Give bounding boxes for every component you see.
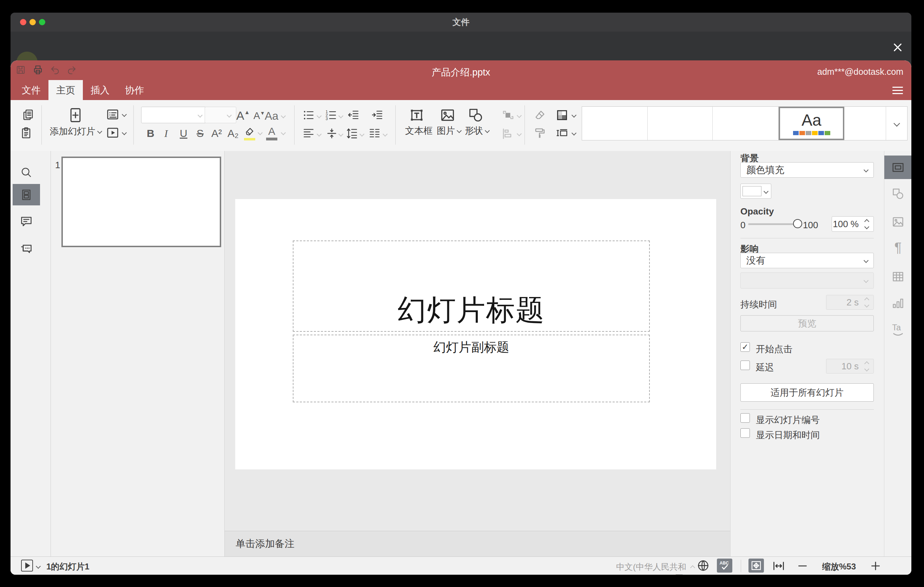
effect-select[interactable]: 没有	[741, 253, 874, 268]
comments-button[interactable]	[13, 211, 40, 232]
theme-option-5[interactable]	[844, 107, 886, 140]
chevron-down-icon[interactable]	[258, 130, 262, 136]
apply-to-all-slides-button[interactable]: 适用于所有幻灯片	[741, 383, 874, 402]
font-name-select[interactable]	[141, 107, 207, 123]
chevron-down-icon[interactable]	[339, 113, 343, 119]
zoom-out-button[interactable]	[797, 560, 808, 573]
slide[interactable]: 幻灯片标题 幻灯片副标题	[235, 199, 716, 469]
theme-option-2[interactable]	[648, 107, 713, 140]
theme-option-1[interactable]	[582, 107, 648, 140]
tab-collaboration[interactable]: 协作	[117, 80, 152, 100]
spinner-down-icon[interactable]	[864, 366, 869, 371]
show-datetime-checkbox[interactable]	[741, 428, 750, 438]
font-size-select[interactable]	[205, 107, 236, 123]
horizontal-align-button[interactable]	[303, 127, 315, 141]
chevron-down-icon[interactable]	[360, 131, 364, 137]
title-placeholder[interactable]: 幻灯片标题	[293, 241, 650, 332]
color-scheme-button[interactable]	[555, 109, 576, 122]
delay-spinner[interactable]: 10 s	[826, 359, 874, 374]
slides-panel-button[interactable]	[13, 184, 40, 205]
change-case-button[interactable]: Aa	[265, 110, 285, 122]
theme-option-3[interactable]	[713, 107, 779, 140]
tab-home[interactable]: 主页	[48, 80, 83, 100]
insert-image-button[interactable]: 图片	[437, 107, 459, 137]
background-color-picker[interactable]	[741, 184, 771, 199]
chevron-down-icon[interactable]	[317, 131, 321, 137]
preview-button[interactable]: 预览	[741, 315, 874, 331]
fit-width-button[interactable]	[772, 560, 786, 574]
numbered-list-button[interactable]: 123	[325, 109, 337, 122]
effect-type-select[interactable]	[741, 272, 874, 289]
increase-indent-button[interactable]	[371, 109, 383, 122]
opacity-spinner[interactable]: 100 %	[832, 216, 874, 232]
slide-settings-tab[interactable]	[884, 155, 911, 179]
underline-button[interactable]: U	[180, 127, 188, 139]
notes-area[interactable]: 单击添加备注	[225, 531, 730, 556]
show-slide-number-checkbox[interactable]	[741, 413, 750, 423]
arrange-button[interactable]	[501, 109, 521, 122]
slide-size-button[interactable]	[555, 127, 576, 139]
chart-settings-tab[interactable]	[884, 292, 911, 315]
add-slide-button[interactable]: 添加幻灯片	[49, 107, 102, 138]
language-selector[interactable]: 中文(中华人民共和国)	[607, 561, 686, 575]
subtitle-placeholder[interactable]: 幻灯片副标题	[293, 335, 650, 402]
decrease-font-button[interactable]: A▼	[254, 110, 265, 122]
start-on-click-checkbox[interactable]: ✓	[741, 342, 750, 352]
copy-button[interactable]	[22, 109, 35, 122]
highlight-color-button[interactable]	[244, 127, 255, 140]
spinner-up-icon[interactable]	[864, 297, 869, 302]
superscript-button[interactable]: A²	[211, 127, 222, 139]
chevron-down-icon[interactable]	[36, 563, 40, 569]
clear-style-button[interactable]	[534, 109, 546, 122]
subscript-button[interactable]: A₂	[228, 127, 239, 139]
paragraph-settings-tab[interactable]: ¶	[884, 236, 911, 259]
set-language-button[interactable]	[696, 559, 710, 574]
fill-type-select[interactable]: 颜色填充	[741, 162, 874, 178]
spinner-up-icon[interactable]	[864, 219, 869, 224]
tab-insert[interactable]: 插入	[83, 80, 117, 100]
columns-button[interactable]	[369, 127, 381, 141]
insert-shape-button[interactable]: 形状	[465, 107, 487, 137]
zoom-in-button[interactable]	[870, 560, 881, 573]
textart-settings-tab[interactable]: Ta	[884, 317, 911, 341]
fit-slide-button[interactable]	[749, 559, 764, 572]
chevron-down-icon[interactable]	[317, 113, 321, 119]
slide-layout-button[interactable]	[106, 108, 126, 121]
align-objects-button[interactable]	[501, 127, 521, 140]
paste-button[interactable]	[20, 127, 33, 141]
duration-spinner[interactable]: 2 s	[826, 295, 874, 310]
copy-style-button[interactable]	[534, 127, 546, 141]
spinner-down-icon[interactable]	[864, 224, 869, 229]
image-settings-tab[interactable]	[884, 210, 911, 234]
line-spacing-button[interactable]	[346, 127, 358, 141]
close-editor-button[interactable]	[892, 41, 904, 53]
bold-button[interactable]: B	[147, 127, 155, 139]
table-settings-tab[interactable]	[884, 265, 911, 288]
bullet-list-button[interactable]	[303, 109, 315, 122]
decrease-indent-button[interactable]	[348, 109, 360, 122]
chevron-down-icon[interactable]	[383, 131, 387, 137]
textbox-button[interactable]: 文本框	[405, 107, 428, 137]
font-color-button[interactable]: A	[266, 125, 277, 140]
tab-file[interactable]: 文件	[14, 80, 48, 100]
slide-thumbnail[interactable]	[61, 157, 221, 247]
chevron-down-icon[interactable]	[339, 131, 343, 137]
chat-button[interactable]	[13, 238, 40, 259]
italic-button[interactable]: I	[164, 127, 168, 139]
shape-settings-tab[interactable]	[884, 182, 911, 205]
hamburger-menu-button[interactable]	[893, 87, 903, 96]
chevron-down-icon[interactable]	[282, 130, 285, 136]
start-slideshow-button[interactable]	[106, 126, 126, 139]
theme-gallery-expand-button[interactable]	[886, 107, 907, 140]
search-button[interactable]	[13, 162, 40, 183]
spellcheck-button[interactable]: ABC	[717, 559, 732, 572]
opacity-slider-knob[interactable]	[793, 219, 802, 228]
theme-option-selected[interactable]: Aa	[779, 107, 844, 140]
strikethrough-button[interactable]: S	[196, 127, 204, 139]
delay-checkbox[interactable]	[741, 361, 750, 370]
vertical-align-button[interactable]	[326, 127, 338, 141]
start-slideshow-status-button[interactable]	[21, 560, 33, 572]
increase-font-button[interactable]: A▲	[236, 109, 250, 122]
spinner-down-icon[interactable]	[864, 302, 869, 307]
opacity-slider-track[interactable]	[748, 223, 797, 225]
